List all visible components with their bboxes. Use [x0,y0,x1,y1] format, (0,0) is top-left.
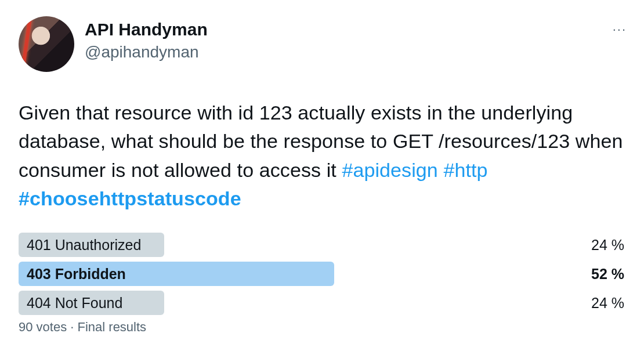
hashtag-http[interactable]: #http [443,159,487,181]
tweet-text: Given that resource with id 123 actually… [19,99,625,213]
poll-option-pct: 52 % [591,266,624,283]
poll-option-label: 401 Unauthorized [27,237,141,254]
poll-option-label: 403 Forbidden [27,266,126,283]
poll: 401 Unauthorized 24 % 403 Forbidden 52 %… [19,233,625,335]
hashtag-apidesign[interactable]: #apidesign [342,159,437,181]
hashtag-choosehttpstatuscode[interactable]: #choosehttpstatuscode [19,187,241,209]
poll-option-0[interactable]: 401 Unauthorized 24 % [19,233,625,257]
more-menu-icon[interactable]: ··· [613,22,627,37]
poll-option-1[interactable]: 403 Forbidden 52 % [19,262,625,286]
tweet-card: API Handyman @apihandyman ··· Given that… [0,0,644,335]
poll-option-label: 404 Not Found [27,295,122,312]
tweet-text-plain: Given that resource with id 123 actually… [19,102,623,181]
tweet-header: API Handyman @apihandyman [19,16,625,72]
author-names: API Handyman @apihandyman [85,16,208,62]
poll-option-pct: 24 % [591,237,624,254]
avatar[interactable] [19,16,74,72]
poll-footer: 90 votes · Final results [19,320,625,335]
poll-option-pct: 24 % [591,295,624,312]
poll-option-2[interactable]: 404 Not Found 24 % [19,291,625,315]
author-handle[interactable]: @apihandyman [85,42,208,62]
author-display-name[interactable]: API Handyman [85,19,208,41]
